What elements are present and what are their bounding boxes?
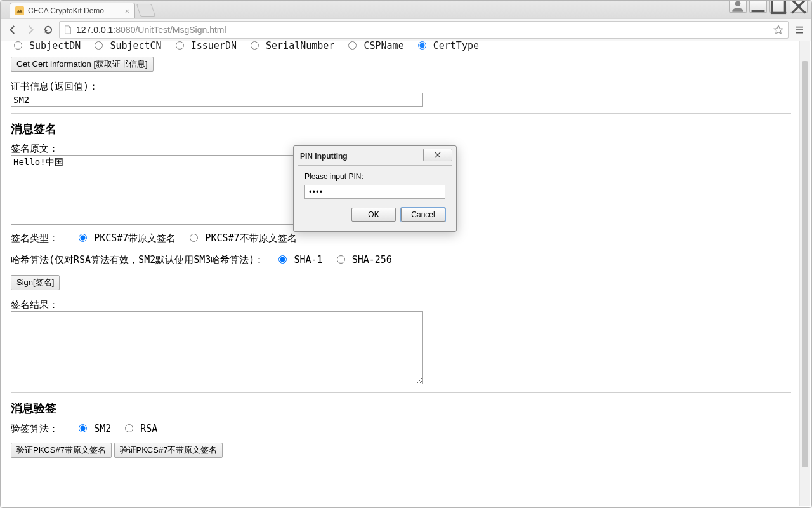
verify-algo-label: 验签算法：	[11, 423, 58, 434]
cert-info-type-row: SubjectDN SubjectCN IssuerDN SerialNumbe…	[11, 41, 791, 53]
user-icon[interactable]	[729, 1, 747, 13]
sign-button[interactable]: Sign[签名]	[11, 275, 60, 290]
svg-rect-4	[796, 29, 803, 30]
menu-button[interactable]	[792, 23, 806, 37]
radio-certtype[interactable]: CertType	[415, 41, 479, 51]
tab-close-icon[interactable]: ×	[124, 6, 129, 16]
cert-info-return-field[interactable]	[11, 93, 423, 107]
scrollbar-thumb[interactable]	[802, 61, 808, 467]
tab-active[interactable]: CFCA CryptoKit Demo ×	[10, 3, 135, 18]
page-viewport: SubjectDN SubjectCN IssuerDN SerialNumbe…	[2, 41, 810, 506]
url-text: 127.0.0.1:8080/UnitTest/MsgSign.html	[76, 25, 769, 35]
svg-rect-2	[15, 6, 24, 15]
tab-title: CFCA CryptoKit Demo	[28, 6, 121, 15]
radio-pkcs7-detached[interactable]: PKCS#7不带原文签名	[187, 232, 296, 244]
back-button[interactable]	[6, 23, 20, 37]
pin-prompt-label: Please input PIN:	[304, 172, 445, 181]
maximize-button[interactable]	[769, 1, 787, 13]
radio-cspname[interactable]: CSPName	[345, 41, 403, 51]
sign-type-label: 签名类型：	[11, 232, 58, 244]
svg-rect-3	[796, 27, 803, 28]
divider	[11, 392, 791, 393]
section-msg-verify: 消息验签	[11, 401, 791, 416]
pin-dialog: PIN Inputting Please input PIN: OK Cance…	[293, 145, 457, 232]
section-msg-sign: 消息签名	[11, 121, 791, 137]
verify-attached-button[interactable]: 验证PKCS#7带原文签名	[11, 443, 112, 458]
radio-sha1[interactable]: SHA-1	[275, 254, 322, 265]
browser-window: CFCA CryptoKit Demo × 127.0.0.1:8080/Uni…	[0, 0, 812, 508]
radio-serialnumber[interactable]: SerialNumber	[247, 41, 334, 51]
radio-subjectdn[interactable]: SubjectDN	[11, 41, 81, 51]
verify-algo-row: 验签算法： SM2 RSA	[11, 422, 791, 435]
radio-verify-sm2[interactable]: SM2	[75, 423, 111, 434]
bookmark-star-icon[interactable]	[773, 24, 784, 36]
page-icon	[63, 25, 72, 34]
toolbar: 127.0.0.1:8080/UnitTest/MsgSign.html	[1, 18, 811, 41]
divider	[11, 113, 791, 114]
cert-info-return-label: 证书信息(返回值)：	[11, 81, 791, 93]
minimize-button[interactable]	[749, 1, 767, 13]
hash-algo-row: 哈希算法(仅对RSA算法有效，SM2默认使用SM3哈希算法)： SHA-1 SH…	[11, 253, 791, 266]
get-cert-info-button[interactable]: Get Cert Information [获取证书信息]	[11, 57, 154, 72]
pin-dialog-close-button[interactable]	[423, 149, 452, 161]
address-bar[interactable]: 127.0.0.1:8080/UnitTest/MsgSign.html	[59, 21, 789, 39]
svg-rect-5	[796, 32, 803, 34]
radio-issuerdn[interactable]: IssuerDN	[173, 41, 237, 51]
pin-ok-button[interactable]: OK	[351, 208, 396, 222]
radio-verify-rsa[interactable]: RSA	[122, 423, 157, 434]
tab-strip: CFCA CryptoKit Demo ×	[1, 1, 811, 18]
hash-algo-label: 哈希算法(仅对RSA算法有效，SM2默认使用SM3哈希算法)：	[11, 254, 264, 265]
sign-result-textarea[interactable]	[11, 311, 423, 384]
page-content: SubjectDN SubjectCN IssuerDN SerialNumbe…	[2, 41, 800, 504]
new-tab-button[interactable]	[136, 4, 155, 17]
svg-rect-0	[752, 10, 765, 12]
favicon-icon	[15, 6, 24, 15]
pin-dialog-title: PIN Inputting	[298, 149, 418, 161]
pin-input[interactable]	[304, 185, 445, 199]
vertical-scrollbar[interactable]	[799, 41, 810, 506]
sign-result-label: 签名结果：	[11, 299, 791, 311]
svg-rect-1	[772, 0, 785, 13]
forward-button[interactable]	[23, 23, 37, 37]
verify-detached-button[interactable]: 验证PKCS#7不带原文签名	[114, 443, 223, 458]
radio-subjectcn[interactable]: SubjectCN	[91, 41, 161, 51]
reload-button[interactable]	[41, 23, 55, 37]
sign-type-row: 签名类型： PKCS#7带原文签名 PKCS#7不带原文签名	[11, 232, 791, 244]
radio-sha256[interactable]: SHA-256	[334, 254, 392, 265]
radio-pkcs7-attached[interactable]: PKCS#7带原文签名	[75, 232, 176, 244]
close-window-button[interactable]	[790, 1, 808, 13]
window-controls	[729, 1, 808, 13]
pin-cancel-button[interactable]: Cancel	[401, 208, 445, 222]
